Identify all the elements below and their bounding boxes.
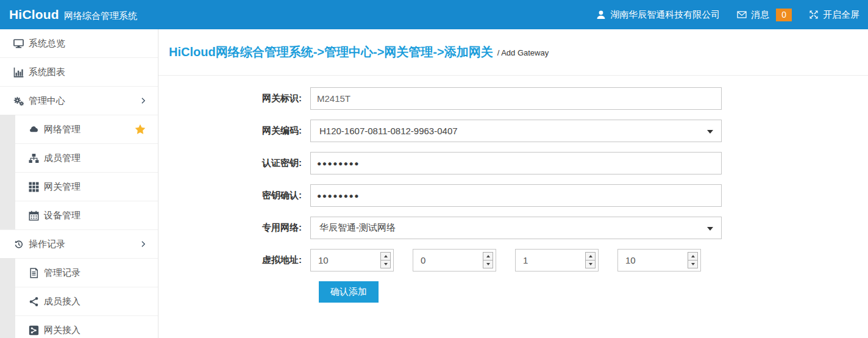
share-icon: [29, 297, 39, 307]
main-content: HiCloud网络综合管理系统->管理中心->网关管理->添加网关 / Add …: [158, 29, 868, 338]
private-network-select[interactable]: 华辰智通-测试网络: [310, 217, 722, 239]
bar-chart-icon: [13, 67, 24, 77]
key-confirm-label: 密钥确认:: [158, 190, 310, 201]
app-logo: HiCloud 网络综合管理系统: [9, 7, 137, 22]
caret-down-icon: [707, 130, 713, 134]
spin-down-button[interactable]: [381, 261, 390, 268]
cloud-icon: [29, 124, 39, 135]
form-row-private-network: 专用网络: 华辰智通-测试网络: [158, 217, 868, 239]
sidebar-item-member-management[interactable]: 成员管理: [0, 144, 158, 173]
sidebar-item-label: 网关接入: [44, 325, 80, 336]
sitemap-icon: [29, 153, 39, 164]
virtual-address-group: [310, 249, 701, 271]
sidebar-item-operation-logs[interactable]: 操作记录: [0, 230, 158, 259]
envelope-icon: [737, 10, 747, 20]
octet-3-input[interactable]: [516, 250, 580, 271]
messages-count-badge: 0: [776, 9, 792, 21]
company-name: 湖南华辰智通科技有限公司: [610, 9, 720, 21]
document-icon: [29, 268, 39, 278]
fullscreen-button[interactable]: 开启全屏: [809, 9, 859, 21]
spin-up-button[interactable]: [483, 253, 493, 261]
chevron-right-icon: [140, 240, 147, 248]
sidebar-item-label: 设备管理: [44, 210, 80, 221]
key-confirm-input[interactable]: [311, 185, 721, 206]
gateway-code-selected-value: H120-1607-0811-0812-9963-0407: [311, 126, 458, 136]
spin-down-button[interactable]: [483, 261, 493, 268]
virtual-address-label: 虚拟地址:: [158, 254, 310, 266]
star-icon[interactable]: [135, 124, 146, 135]
spin-up-button[interactable]: [586, 253, 595, 261]
spinner-control: [585, 252, 596, 268]
octet-1-stepper: [310, 249, 394, 271]
form-row-gateway-code: 网关编码: H120-1607-0811-0812-9963-0407: [158, 120, 868, 142]
octet-1-input[interactable]: [311, 250, 375, 271]
key-confirm-field: [310, 184, 722, 207]
add-gateway-form: 网关标识: 网关编码: H120-1607-0811-0812-9963-040…: [158, 87, 868, 303]
grid-icon: [29, 182, 39, 192]
submit-row: 确认添加: [319, 281, 868, 303]
page-header: HiCloud网络综合管理系统->管理中心->网关管理->添加网关 / Add …: [158, 29, 868, 76]
spinner-control: [688, 252, 698, 268]
messages-label: 消息: [751, 9, 769, 21]
sidebar-item-label: 系统图表: [29, 67, 65, 78]
spin-up-button[interactable]: [381, 253, 390, 261]
sidebar: 系统总览系统图表管理中心网络管理成员管理网关管理设备管理操作记录管理记录成员接入…: [0, 29, 158, 338]
spin-up-button[interactable]: [688, 253, 697, 261]
sidebar-item-label: 网络管理: [44, 124, 80, 135]
sidebar-item-label: 成员接入: [44, 296, 80, 307]
brand-name: HiCloud: [9, 7, 59, 22]
octet-2-stepper: [413, 249, 496, 271]
gateway-id-field: [310, 87, 722, 110]
brand-suffix: 网络综合管理系统: [64, 10, 137, 22]
private-network-label: 专用网络:: [158, 222, 310, 234]
auth-key-field: [310, 152, 722, 174]
gateway-id-input[interactable]: [311, 88, 721, 109]
messages-menu[interactable]: 消息 0: [737, 9, 792, 21]
chevron-right-icon: [140, 97, 147, 104]
sidebar-item-label: 成员管理: [44, 153, 80, 164]
sidebar-item-network-management[interactable]: 网络管理: [0, 115, 158, 144]
history-icon: [13, 239, 24, 250]
sidebar-item-member-access[interactable]: 成员接入: [0, 287, 158, 316]
topbar-right: 湖南华辰智通科技有限公司 消息 0 开启全屏: [596, 9, 859, 21]
gateway-code-label: 网关编码:: [158, 125, 310, 137]
octet-4-stepper: [617, 249, 701, 271]
spin-down-button[interactable]: [586, 261, 595, 268]
octet-4-input[interactable]: [618, 250, 682, 271]
form-row-key-confirm: 密钥确认:: [158, 184, 868, 207]
company-menu[interactable]: 湖南华辰智通科技有限公司: [596, 9, 720, 21]
topbar: HiCloud 网络综合管理系统 湖南华辰智通科技有限公司 消息 0 开启全屏: [0, 0, 868, 29]
gears-icon: [13, 96, 24, 106]
monitor-icon: [13, 38, 24, 49]
share-square-icon: [29, 325, 39, 336]
sidebar-item-system-charts[interactable]: 系统图表: [0, 58, 158, 87]
sidebar-item-management-records[interactable]: 管理记录: [0, 259, 158, 287]
sidebar-item-label: 操作记录: [29, 239, 65, 250]
user-icon: [596, 10, 606, 20]
sidebar-item-system-overview[interactable]: 系统总览: [0, 29, 158, 58]
sidebar-item-label: 管理中心: [29, 95, 65, 107]
sidebar-item-gateway-access[interactable]: 网关接入: [0, 316, 158, 338]
spinner-control: [380, 252, 391, 268]
fullscreen-label: 开启全屏: [823, 9, 859, 21]
caret-down-icon: [707, 227, 713, 231]
sidebar-item-device-management[interactable]: 设备管理: [0, 201, 158, 230]
sidebar-item-gateway-management[interactable]: 网关管理: [0, 173, 158, 201]
octet-2-input[interactable]: [413, 250, 477, 271]
auth-key-label: 认证密钥:: [158, 157, 310, 169]
auth-key-input[interactable]: [311, 153, 721, 174]
spin-down-button[interactable]: [688, 261, 697, 268]
confirm-add-button[interactable]: 确认添加: [319, 281, 379, 303]
calendar-icon: [29, 210, 39, 221]
octet-3-stepper: [515, 249, 599, 271]
sidebar-item-label: 网关管理: [44, 181, 80, 193]
gateway-code-select[interactable]: H120-1607-0811-0812-9963-0407: [310, 120, 722, 142]
sidebar-item-label: 系统总览: [29, 38, 65, 49]
form-row-auth-key: 认证密钥:: [158, 152, 868, 174]
breadcrumb-suffix: / Add Gateway: [497, 48, 549, 57]
sidebar-item-label: 管理记录: [44, 267, 80, 279]
sidebar-item-management-center[interactable]: 管理中心: [0, 87, 158, 115]
form-row-virtual-address: 虚拟地址:: [158, 249, 868, 271]
fullscreen-icon: [809, 10, 819, 20]
gateway-id-label: 网关标识:: [158, 93, 310, 104]
